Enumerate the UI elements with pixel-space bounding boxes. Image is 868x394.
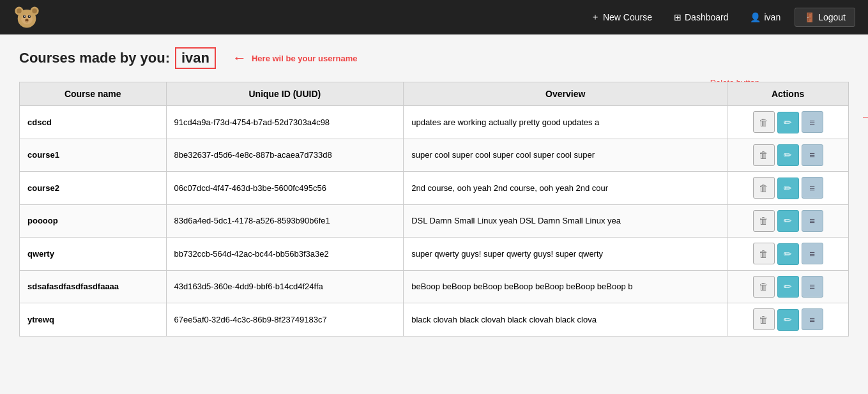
table-row: course206c07dcd-4f47-463d-b3be-5600fc495…: [20, 172, 849, 205]
svg-point-4: [32, 8, 37, 13]
cell-course-name: qwerty: [20, 238, 167, 271]
cell-overview: black clovah black clovah black clovah b…: [404, 303, 727, 337]
navbar-links: ＋ New Course ⊞ Dashboard 👤 ivan 🚪 Logout: [583, 8, 855, 27]
cell-overview: DSL Damn Small Linux yeah DSL Damn Small…: [404, 204, 727, 238]
edit-button[interactable]: ✏: [777, 243, 799, 265]
delete-button[interactable]: 🗑: [753, 308, 775, 330]
cell-actions: 🗑✏≡: [727, 270, 849, 303]
dashboard-label: Dashboard: [685, 12, 729, 22]
cell-uuid: 67ee5af0-32d6-4c3c-86b9-8f23749183c7: [166, 303, 404, 337]
edit-button[interactable]: ✏: [777, 309, 799, 331]
cell-actions: 🗑✏≡: [727, 204, 849, 238]
annotation-text: Here wil be your username: [252, 54, 357, 63]
view-button[interactable]: ≡: [802, 111, 823, 133]
cell-overview: updates are working actually pretty good…: [404, 106, 727, 139]
edit-button[interactable]: ✏: [777, 112, 799, 133]
arrow-annotation-icon: ←: [232, 50, 247, 66]
cell-overview: 2nd course, ooh yeah 2nd course, ooh yea…: [404, 172, 727, 205]
col-header-uuid: Unique ID (UUID): [166, 82, 404, 106]
cell-course-name: ytrewq: [20, 303, 167, 337]
view-button[interactable]: ≡: [802, 276, 823, 298]
main-content: Courses made by you: ivan ← Here wil be …: [0, 34, 868, 349]
cell-uuid: bb732ccb-564d-42ac-bc44-bb56b3f3a3e2: [166, 238, 404, 271]
bear-icon: [13, 3, 41, 31]
plus-icon: ＋: [591, 11, 600, 23]
cell-overview: beBoop beBoop beBoop beBoop beBoop beBoo…: [404, 270, 727, 303]
heading-prefix: Courses made by you:: [19, 50, 170, 66]
edit-button[interactable]: ✏: [777, 210, 799, 232]
page-heading: Courses made by you: ivan ← Here wil be …: [19, 47, 849, 69]
table-row: sdsafasdfasdfasdfaaaa43d163d5-360e-4dd9-…: [20, 270, 849, 303]
cell-course-name: course2: [20, 172, 167, 205]
navbar: ＋ New Course ⊞ Dashboard 👤 ivan 🚪 Logout: [0, 0, 868, 34]
svg-point-10: [25, 19, 29, 21]
view-button[interactable]: ≡: [802, 210, 823, 232]
cell-actions: 🗑✏≡: [727, 172, 849, 205]
delete-button[interactable]: 🗑: [753, 210, 775, 232]
delete-button[interactable]: 🗑: [753, 177, 775, 199]
new-course-label: New Course: [603, 12, 652, 22]
svg-point-3: [17, 8, 22, 13]
table-row: ytrewq67ee5af0-32d6-4c3c-86b9-8f23749183…: [20, 303, 849, 337]
cell-actions: 🗑✏≡: [727, 106, 849, 139]
delete-button[interactable]: 🗑: [753, 243, 775, 264]
view-annotation-line: [863, 117, 868, 117]
svg-point-8: [24, 16, 26, 17]
user-icon: 👤: [750, 12, 761, 22]
edit-button[interactable]: ✏: [777, 276, 799, 298]
user-nav-link[interactable]: 👤 ivan: [742, 8, 788, 26]
view-annotation-group: View button(Open your course): [863, 107, 868, 126]
table-header-row: Course name Unique ID (UUID) Overview Ac…: [20, 82, 849, 106]
cell-actions: 🗑✏≡: [727, 238, 849, 271]
delete-button[interactable]: 🗑: [753, 111, 775, 133]
table-row: poooop83d6a4ed-5dc1-4178-a526-8593b90b6f…: [20, 204, 849, 238]
svg-point-9: [29, 16, 31, 17]
edit-button[interactable]: ✏: [777, 144, 799, 166]
view-button[interactable]: ≡: [802, 308, 823, 330]
courses-table: Course name Unique ID (UUID) Overview Ac…: [19, 82, 849, 337]
new-course-nav-link[interactable]: ＋ New Course: [583, 8, 660, 27]
cell-uuid: 06c07dcd-4f47-463d-b3be-5600fc495c56: [166, 172, 404, 205]
view-button[interactable]: ≡: [802, 243, 823, 264]
table-row: cdscd91cd4a9a-f73d-4754-b7ad-52d7303a4c9…: [20, 106, 849, 139]
view-button[interactable]: ≡: [802, 177, 823, 199]
cell-actions: 🗑✏≡: [727, 139, 849, 172]
cell-uuid: 91cd4a9a-f73d-4754-b7ad-52d7303a4c98: [166, 106, 404, 139]
cell-uuid: 43d163d5-360e-4dd9-bbf6-b14cd4f24ffa: [166, 270, 404, 303]
cell-course-name: poooop: [20, 204, 167, 238]
cell-course-name: cdscd: [20, 106, 167, 139]
cell-overview: super qwerty guys! super qwerty guys! su…: [404, 238, 727, 271]
nav-username: ivan: [764, 12, 780, 22]
col-header-overview: Overview: [404, 82, 727, 106]
table-row: qwertybb732ccb-564d-42ac-bc44-bb56b3f3a3…: [20, 238, 849, 271]
table-body: cdscd91cd4a9a-f73d-4754-b7ad-52d7303a4c9…: [20, 106, 849, 337]
logout-button[interactable]: 🚪 Logout: [795, 8, 855, 27]
col-header-actions: Actions: [727, 82, 849, 106]
view-button[interactable]: ≡: [802, 144, 823, 166]
cell-uuid: 83d6a4ed-5dc1-4178-a526-8593b90b6fe1: [166, 204, 404, 238]
table-header: Course name Unique ID (UUID) Overview Ac…: [20, 82, 849, 106]
cell-actions: 🗑✏≡: [727, 303, 849, 337]
edit-button[interactable]: ✏: [777, 178, 799, 199]
logout-label: Logout: [818, 12, 846, 22]
cell-overview: super cool super cool super cool super c…: [404, 139, 727, 172]
delete-button[interactable]: 🗑: [753, 276, 775, 298]
dashboard-nav-link[interactable]: ⊞ Dashboard: [666, 8, 736, 26]
col-header-name: Course name: [20, 82, 167, 106]
heading-username: ivan: [175, 47, 216, 69]
delete-button[interactable]: 🗑: [753, 144, 775, 166]
table-row: course18be32637-d5d6-4e8c-887b-acaea7d73…: [20, 139, 849, 172]
logo-area: [13, 3, 41, 31]
cell-course-name: course1: [20, 139, 167, 172]
cell-uuid: 8be32637-d5d6-4e8c-887b-acaea7d733d8: [166, 139, 404, 172]
table-wrapper: Course name Unique ID (UUID) Overview Ac…: [19, 82, 849, 337]
logout-icon: 🚪: [804, 12, 815, 22]
cell-course-name: sdsafasdfasdfasdfaaaa: [20, 270, 167, 303]
dashboard-icon: ⊞: [674, 12, 681, 22]
